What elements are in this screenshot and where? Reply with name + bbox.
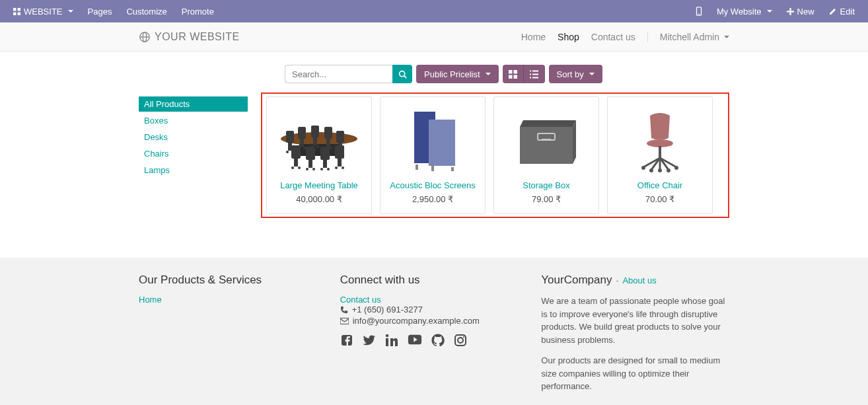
product-card[interactable]: Office Chair 70.00 ₹ xyxy=(607,96,713,214)
footer-col1-title: Our Products & Services xyxy=(139,274,327,287)
svg-line-12 xyxy=(404,75,406,77)
svg-rect-33 xyxy=(311,126,319,137)
sidebar-item-chairs[interactable]: Chairs xyxy=(139,146,248,161)
sidebar-item-desks[interactable]: Desks xyxy=(139,129,248,145)
chevron-down-icon xyxy=(767,10,772,13)
about-paragraph-2: Our products are designed for small to m… xyxy=(541,354,729,393)
edit-button[interactable]: Edit xyxy=(822,3,861,20)
product-image xyxy=(614,108,706,174)
svg-rect-49 xyxy=(306,147,315,160)
svg-rect-57 xyxy=(335,145,344,159)
search-button[interactable] xyxy=(392,65,412,83)
nav-contact[interactable]: Contact us xyxy=(591,32,635,42)
svg-rect-66 xyxy=(451,167,454,171)
product-grid: Large Meeting Table 40,000.00 ₹ Acoustic… xyxy=(266,96,724,214)
grid-view-button[interactable] xyxy=(503,65,524,83)
sidebar-item-boxes[interactable]: Boxes xyxy=(139,113,248,128)
sidebar-item-all-products[interactable]: All Products xyxy=(139,96,248,112)
svg-rect-82 xyxy=(340,318,349,324)
svg-rect-1 xyxy=(18,8,20,11)
svg-point-52 xyxy=(312,168,315,170)
youtube-icon[interactable] xyxy=(408,334,422,347)
svg-rect-24 xyxy=(299,144,339,156)
svg-rect-18 xyxy=(532,70,538,71)
product-price: 2,950.00 ₹ xyxy=(412,194,453,204)
new-label: New xyxy=(797,7,814,17)
svg-rect-21 xyxy=(530,77,531,78)
footer-col2-title: Connect with us xyxy=(340,274,528,287)
product-name: Large Meeting Table xyxy=(280,180,358,190)
product-name: Acoustic Bloc Screens xyxy=(390,180,475,190)
divider xyxy=(647,32,648,42)
footer-home-link[interactable]: Home xyxy=(139,295,162,305)
nav-home[interactable]: Home xyxy=(521,32,546,42)
dash: - xyxy=(616,276,618,285)
svg-point-60 xyxy=(342,166,344,169)
footer-email: info@yourcompany.example.com xyxy=(353,316,480,326)
svg-rect-37 xyxy=(324,127,332,139)
my-website-label: My Website xyxy=(717,7,762,17)
mobile-preview-button[interactable] xyxy=(689,3,709,20)
svg-point-11 xyxy=(399,71,404,76)
svg-rect-3 xyxy=(18,12,20,15)
customize-menu[interactable]: Customize xyxy=(120,3,173,20)
svg-rect-65 xyxy=(431,167,434,171)
grid-icon xyxy=(13,8,20,15)
footer-contact-link[interactable]: Contact us xyxy=(340,295,381,305)
svg-point-81 xyxy=(658,168,662,172)
pricelist-dropdown[interactable]: Public Pricelist xyxy=(416,65,499,83)
chevron-down-icon xyxy=(724,36,729,38)
linkedin-icon[interactable] xyxy=(385,334,398,347)
svg-rect-50 xyxy=(308,160,312,168)
filter-bar: Public Pricelist Sort by xyxy=(285,65,729,83)
product-card[interactable]: Acoustic Bloc Screens 2,950.00 ₹ xyxy=(380,96,486,214)
top-app-bar: WEBSITE Pages Customize Promote My Websi… xyxy=(0,0,868,22)
facebook-icon[interactable] xyxy=(340,334,353,347)
svg-rect-14 xyxy=(513,70,517,73)
svg-rect-62 xyxy=(429,120,455,166)
twitter-icon[interactable] xyxy=(363,334,376,347)
svg-rect-7 xyxy=(787,11,794,12)
chevron-down-icon xyxy=(68,10,73,13)
svg-rect-69 xyxy=(542,139,551,141)
my-website-menu[interactable]: My Website xyxy=(710,3,779,20)
about-us-link[interactable]: About us xyxy=(622,276,656,285)
svg-rect-2 xyxy=(13,12,16,15)
svg-rect-54 xyxy=(323,160,327,168)
instagram-icon[interactable] xyxy=(454,334,467,347)
user-menu[interactable]: Mitchell Admin xyxy=(660,32,729,42)
category-sidebar: All Products Boxes Desks Chairs Lamps xyxy=(139,96,248,179)
website-menu[interactable]: WEBSITE xyxy=(7,3,80,20)
github-icon[interactable] xyxy=(431,334,445,347)
sort-by-label: Sort by xyxy=(557,69,584,79)
svg-point-78 xyxy=(674,166,678,170)
svg-rect-25 xyxy=(286,131,294,143)
search-input[interactable] xyxy=(285,65,392,83)
svg-point-56 xyxy=(327,168,330,170)
site-header: YOUR WEBSITE Home Shop Contact us Mitche… xyxy=(0,22,868,52)
svg-rect-45 xyxy=(291,145,301,159)
nav-shop[interactable]: Shop xyxy=(558,32,579,42)
svg-point-55 xyxy=(320,168,323,170)
new-button[interactable]: New xyxy=(780,3,821,20)
sidebar-item-lamps[interactable]: Lamps xyxy=(139,163,248,178)
about-paragraph-1: We are a team of passionate people whose… xyxy=(541,295,729,346)
svg-point-40 xyxy=(330,147,332,149)
svg-rect-34 xyxy=(313,137,317,145)
list-view-button[interactable] xyxy=(524,65,545,83)
product-card[interactable]: Large Meeting Table 40,000.00 ₹ xyxy=(266,96,372,214)
product-grid-highlight: Large Meeting Table 40,000.00 ₹ Acoustic… xyxy=(261,92,729,218)
svg-rect-0 xyxy=(13,8,16,11)
sort-by-dropdown[interactable]: Sort by xyxy=(549,65,602,83)
promote-menu[interactable]: Promote xyxy=(175,3,221,20)
product-price: 70.00 ₹ xyxy=(645,194,674,204)
svg-rect-63 xyxy=(416,165,418,170)
pricelist-label: Public Pricelist xyxy=(424,69,480,79)
svg-rect-71 xyxy=(659,146,661,158)
svg-point-59 xyxy=(335,166,338,169)
svg-point-85 xyxy=(385,334,388,337)
user-label: Mitchell Admin xyxy=(660,32,719,42)
site-logo[interactable]: YOUR WEBSITE xyxy=(139,31,240,43)
pages-menu[interactable]: Pages xyxy=(81,3,119,20)
product-card[interactable]: Storage Box 79.00 ₹ xyxy=(493,96,599,214)
